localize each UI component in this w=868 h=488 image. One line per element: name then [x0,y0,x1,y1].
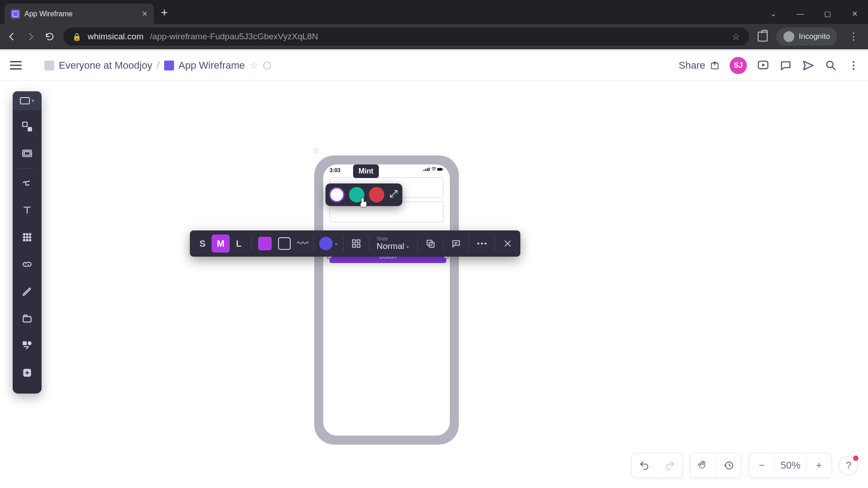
browser-address-bar: 🔒 whimsical.com/app-wireframe-Fudpau5J3c… [0,24,868,49]
style-squiggle-icon[interactable]: 〰 [297,237,307,251]
svg-rect-21 [443,169,443,170]
svg-point-28 [477,243,480,245]
fill-swatch[interactable] [258,237,272,250]
canvas[interactable]: ⠿ 3:03 Button [0,80,868,488]
svg-point-30 [485,243,487,245]
color-swatch-purple[interactable] [329,187,344,202]
browser-tab[interactable]: App Wireframe × [5,4,154,24]
svg-rect-24 [353,244,355,247]
svg-rect-25 [357,244,360,247]
hand-tool-icon[interactable] [690,453,716,478]
url-path: /app-wireframe-Fudpau5J3cGbexVyzXqL8N [150,32,318,42]
state-value: Normal [377,241,404,251]
app-root: Everyone at Moodjoy / App Wireframe ☆ Sh… [0,51,868,488]
forward-icon [25,31,36,42]
redo-icon [657,453,682,478]
size-l[interactable]: L [230,235,248,253]
more-icon[interactable] [473,235,491,253]
duplicate-icon[interactable] [421,235,439,253]
phone-status-bar: 3:03 [323,164,450,174]
zoom-out-icon[interactable]: − [749,453,774,478]
history-pill [631,453,683,478]
url-host: whimsical.com [88,32,144,42]
color-swatch-red[interactable] [369,187,384,202]
top-actions: Share SJ [679,57,860,74]
chevron-down-icon: ▸ [407,244,409,249]
browser-menu-icon[interactable]: ⋮ [845,31,862,42]
present-icon[interactable] [757,59,769,72]
browser-tab-strip: App Wireframe × + ⌄ — ▢ ✕ [0,0,868,24]
extensions-icon[interactable] [757,31,768,42]
doc-status-icon[interactable] [263,61,271,70]
workspace-icon [44,61,54,70]
svg-point-2 [827,61,833,67]
search-icon[interactable] [825,59,837,72]
reload-icon[interactable] [44,31,55,42]
view-pill [690,453,741,478]
state-label: State [377,236,410,241]
color-picker-swatch[interactable] [319,237,333,250]
window-close-icon[interactable]: ✕ [841,4,868,24]
share-label: Share [679,60,705,71]
close-toolbar-icon[interactable] [499,235,517,253]
svg-rect-22 [353,240,355,243]
comment-icon[interactable] [447,235,465,253]
svg-point-29 [481,243,483,245]
window-minimize-icon[interactable]: — [787,4,814,24]
selection-toolbar: S M L 〰 ▸ State Normal▸ [190,230,520,257]
help-button[interactable]: ? [839,456,858,475]
tab-title: App Wireframe [24,10,73,18]
avatar[interactable]: SJ [730,57,747,74]
size-m[interactable]: M [212,235,230,253]
app-more-icon[interactable] [847,59,860,72]
incognito-icon [783,31,794,42]
outline-swatch[interactable] [278,237,291,250]
breadcrumb-separator: / [157,60,160,71]
share-button[interactable]: Share [679,60,720,71]
state-dropdown[interactable]: State Normal▸ [373,236,414,251]
undo-icon[interactable] [632,453,657,478]
comments-icon[interactable] [779,59,792,72]
history-clock-icon[interactable] [716,453,741,478]
zoom-in-icon[interactable]: + [806,453,831,478]
new-tab-button[interactable]: + [154,5,175,24]
breadcrumb: Everyone at Moodjoy / App Wireframe ☆ [44,60,271,71]
color-picker-chevron-icon[interactable]: ▸ [335,241,338,246]
zoom-pill: − 50% + [749,453,832,478]
breadcrumb-doc[interactable]: App Wireframe [179,60,245,71]
doc-icon [164,61,174,70]
back-icon[interactable] [6,31,17,42]
incognito-label: Incognito [799,32,830,41]
layout-grid-icon[interactable] [347,235,365,253]
svg-rect-23 [357,240,360,243]
color-popover [326,183,402,206]
bookmark-star-icon[interactable]: ☆ [732,31,740,42]
window-controls: ⌄ — ▢ ✕ [760,4,868,24]
lock-icon: 🔒 [72,33,81,41]
tab-favicon [11,9,20,19]
phone-time: 3:03 [330,167,340,174]
size-s[interactable]: S [193,235,212,253]
incognito-badge[interactable]: Incognito [776,28,837,46]
favorite-star-icon[interactable]: ☆ [250,60,259,71]
window-maximize-icon[interactable]: ▢ [814,4,841,24]
menu-icon[interactable] [8,58,24,73]
url-bar[interactable]: 🔒 whimsical.com/app-wireframe-Fudpau5J3c… [63,28,749,46]
breadcrumb-org[interactable]: Everyone at Moodjoy [59,60,152,71]
app-topbar: Everyone at Moodjoy / App Wireframe ☆ Sh… [0,51,868,80]
tab-close-icon[interactable]: × [142,9,147,19]
svg-rect-20 [437,168,442,171]
phone-status-icons [423,167,443,174]
expand-colors-icon[interactable] [389,189,399,201]
bottom-controls: − 50% + ? [631,453,858,478]
drag-handle-icon[interactable]: ⠿ [313,147,319,155]
color-tooltip: Mint [353,164,379,178]
size-segment: S M L [193,230,248,257]
send-icon[interactable] [802,59,815,72]
zoom-level[interactable]: 50% [774,453,806,478]
color-swatch-mint[interactable] [349,187,364,202]
tab-search-icon[interactable]: ⌄ [760,4,787,24]
